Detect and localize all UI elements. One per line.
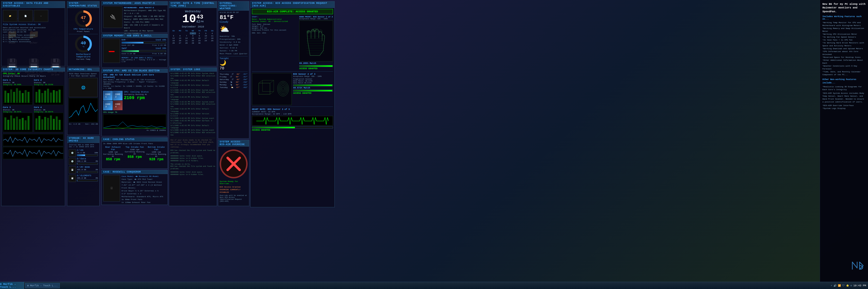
- svg-rect-56: [28, 116, 29, 130]
- svg-rect-32: [10, 89, 12, 103]
- drive-c: 💿 C:\OS 74.4 GB39%: [69, 149, 98, 157]
- data-files-content: 📁 📄 ⚙ File System Access Status: OK Data…: [1, 8, 65, 44]
- core-activity-waves: [3, 134, 63, 159]
- nonworking-title: Other Non-working Features include... *R…: [823, 78, 866, 110]
- svg-rect-52: [16, 117, 18, 130]
- svg-rect-54: [22, 118, 24, 130]
- mb-temp-subtitle: Current Temp: [69, 58, 98, 60]
- storage-panel: STORAGE: 4x Hard Drives Internal HDD 4x …: [67, 136, 100, 206]
- networking-content: 3526 Kbps Download Speed / 512 Kbps Uplo…: [67, 72, 99, 126]
- memory-stats: RAM Used 49% Used 157 GB Free 2.22 GB SW…: [122, 39, 166, 63]
- hand-print-container: HAND PRINT: BIO Sensor 1 of 3 Acceptance…: [299, 16, 333, 70]
- bottom-fan-info: Bottom Intake Fan 1200 rpm Currently Run…: [146, 146, 166, 161]
- case-content: 🖥 Case Model: ◄► Rosewill RC-Model Case …: [102, 174, 167, 205]
- cooling-panel: CASE: Cooling Status 3x 80mm 3000 RPM Bl…: [101, 137, 168, 169]
- calendar: SUMOTUWETHFRSA 1234 567891011 1213141516…: [170, 30, 215, 44]
- bio-override-x-button[interactable]: [220, 150, 248, 179]
- cpu-header: SYSTEM CPU: AMD X3 720 Black Edition: [102, 69, 167, 73]
- drive-f-image: 💾: [69, 166, 76, 173]
- integrity-header: SYSTEM: 3D Core Integrity Charts: [1, 68, 65, 72]
- bio-override-panel: SYSTEM ACCESS: BIO-AIR Override System R…: [218, 140, 249, 206]
- temperature-header: SYSTEM: Temperature Status: [67, 1, 99, 8]
- data-files-header: SYSTEM ACCESS: Data Files and Executable…: [1, 1, 65, 8]
- system-clock: 10:43 PM: [853, 284, 866, 287]
- memory-header: SYSTEM MEMORY: 4GB DDR3 G.Skill: [102, 34, 167, 38]
- svg-point-27: [282, 87, 284, 91]
- svg-rect-59: [41, 119, 43, 130]
- integrity-panel: SYSTEM: 3D Core Integrity Charts CPU Cor…: [1, 67, 65, 206]
- rear-fan-info: Rear Exhaust Fan 1200 rpm Currently Runn…: [103, 146, 123, 161]
- cpu-temp-subtitle: Front Panel: [69, 30, 98, 33]
- system-logs-content: 9/1/2008 4:42:43 PM Info Other System ch…: [169, 72, 217, 202]
- data-files-panel: SYSTEM ACCESS: Data Files and Executable…: [1, 1, 65, 66]
- bio-override-header: SYSTEM ACCESS: BIO-AIR Override: [218, 140, 249, 147]
- bio-sensor2-info: BIO Sensor 2 of 3 Acceptance Range: 99% …: [293, 73, 333, 105]
- cooling-header: CASE: Cooling Status: [102, 138, 167, 141]
- weather-header: EXTERNAL CONDITIONS: Weather: [218, 1, 249, 10]
- core2-chart: Core 2 Status: OK Integrity: 99.2525%: [34, 79, 64, 105]
- start-button[interactable]: ⊞ Morfik - Touch L...: [0, 282, 24, 289]
- right-sidebar: New BG for my PC along with Rainmeter mo…: [820, 0, 868, 282]
- svg-rect-47: [59, 90, 61, 103]
- bio-override-detail: BIO Access Granted OVERRIDE CURRENTLY DI…: [220, 186, 248, 194]
- motherboard-panel: SYSTEM MOTHERBOARD: ASUS M4A78T-E 🔌 MOTH…: [101, 1, 168, 33]
- svg-rect-51: [13, 118, 15, 130]
- data-files-img2: 📄: [18, 10, 33, 22]
- svg-rect-38: [28, 92, 29, 103]
- svg-rect-64: [56, 117, 58, 130]
- month-year: September 2010: [170, 25, 215, 28]
- svg-rect-49: [7, 120, 9, 130]
- taskbar: ⊞ Morfik - Touch L... ⊞ Morfik - Touch L…: [0, 282, 868, 289]
- svg-line-20: [259, 80, 262, 83]
- tray-icon-volume: 🔊: [834, 284, 836, 287]
- drive-g: 💾 G:\ELEMENTS 465.8 GB0%: [69, 174, 98, 182]
- memory-panel: SYSTEM MEMORY: 4GB DDR3 G.Skill ▬▬ RAM U…: [101, 34, 168, 67]
- system-logs-header: SYSTEM: SYSTEM LOGS: [169, 68, 217, 72]
- cpu-panel: SYSTEM CPU: AMD X3 720 Black Edition CPU…: [101, 69, 168, 136]
- current-temp: 81°F: [220, 14, 248, 21]
- datetime-panel: SYSTEM: Date & Time [CENTRAL TIME ZONE] …: [169, 1, 217, 66]
- bio-air-content: BIO-AIR COMPLETE: ACCESS GRANTED User: R…: [250, 8, 334, 132]
- svg-rect-37: [25, 90, 27, 103]
- mb-temp-gauge: 40 °C: [75, 36, 92, 53]
- drive-f: 💾 F:\MY BOOK 465.8 GB0%: [69, 166, 98, 173]
- features-title: Includes Working Features such as...: [823, 15, 866, 20]
- top-fan-info: Top Intake Fan 1200 rpm Currently Runnin…: [125, 146, 145, 161]
- svg-rect-57: [35, 118, 37, 130]
- weather-details: Humidity: 70% Precipitation: 30% Visibil…: [220, 35, 248, 55]
- motherboard-header: SYSTEM MOTHERBOARD: ASUS M4A78T-E: [102, 1, 167, 5]
- cpu-temp-gauge: 47 °C: [75, 10, 92, 27]
- networking-header: NETWORKING: DSL: [67, 68, 99, 72]
- svg-rect-41: [41, 93, 43, 103]
- svg-rect-19: [262, 80, 274, 92]
- svg-rect-48: [4, 117, 6, 130]
- svg-rect-50: [10, 116, 12, 130]
- networking-panel: NETWORKING: DSL 3526 Kbps Download Speed…: [67, 67, 100, 135]
- svg-point-23: [278, 81, 289, 96]
- bio-air-user-info: User: Role: System Administrator Access …: [252, 16, 333, 70]
- memory-content: ▬▬ RAM Used 49% Used 157 GB Free 2.22 GB…: [102, 38, 167, 64]
- case-image: 🖥: [103, 175, 120, 201]
- time-display: 10 43 42 PM: [170, 13, 215, 25]
- svg-rect-44: [50, 93, 52, 103]
- svg-rect-39: [35, 92, 37, 103]
- networking-image: 🌐: [69, 78, 98, 97]
- bio-override-next: Override will be enabled at Next BIO Acc…: [220, 194, 248, 202]
- taskbar-items: ⊞ Morfik - Touch L...: [24, 283, 829, 288]
- weather-content: 9/1/10 10:03 PM CDT 81°F Cloudy ⛅ Humidi…: [218, 10, 249, 90]
- cpu-core-diagram: CORE1 CORE2 CORE3 CORE4: [103, 91, 123, 110]
- bio-override-content: System Ready for Override... BIO Access …: [218, 147, 249, 203]
- taskbar-item-morfik[interactable]: ⊞ Morfik - Touch L...: [25, 283, 60, 288]
- log-entries: 9/1/2008 4:42:43 PM Info Other System ch…: [170, 72, 215, 176]
- tray-icon-star: ⭐: [846, 284, 849, 287]
- weather-icon: ⛅: [220, 24, 248, 34]
- svg-rect-60: [44, 117, 46, 130]
- tray-icon-bolt: ⚡: [831, 284, 832, 287]
- drive-d: 💿 D:\Data 298.1 GB0%: [69, 158, 98, 165]
- tray-icon-power: ⊙: [850, 284, 852, 287]
- core3-chart: Core 3 Status: OK Integrity: 99.047%: [3, 106, 33, 132]
- svg-rect-34: [16, 88, 18, 103]
- integrity-content: CPU Cores: OK Integrity Check Occurs Eve…: [1, 72, 65, 160]
- svg-point-6: [312, 29, 314, 31]
- memory-image: ▬▬: [103, 39, 120, 63]
